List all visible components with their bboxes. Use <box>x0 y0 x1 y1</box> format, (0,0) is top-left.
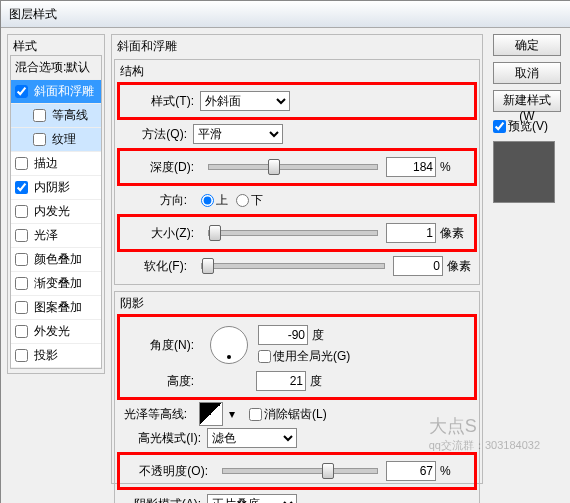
soften-unit: 像素 <box>447 258 477 275</box>
style-item[interactable]: 等高线 <box>11 104 101 128</box>
main-title: 斜面和浮雕 <box>114 38 180 55</box>
dir-up-radio[interactable] <box>201 194 214 207</box>
style-item-checkbox[interactable] <box>15 157 28 170</box>
new-style-button[interactable]: 新建样式(W <box>493 90 561 112</box>
depth-label: 深度(D): <box>124 159 200 176</box>
style-item[interactable]: 内阴影 <box>11 176 101 200</box>
style-item-checkbox[interactable] <box>33 133 46 146</box>
depth-slider[interactable] <box>208 164 378 170</box>
style-item[interactable]: 斜面和浮雕 <box>11 80 101 104</box>
hl-opacity-input[interactable] <box>386 461 436 481</box>
style-item-label: 光泽 <box>34 227 58 244</box>
highlight-depth: 深度(D): % <box>117 148 477 186</box>
size-slider[interactable] <box>208 230 378 236</box>
shading-title: 阴影 <box>117 295 147 312</box>
size-input[interactable] <box>386 223 436 243</box>
style-label: 样式(T): <box>124 93 200 110</box>
soften-input[interactable] <box>393 256 443 276</box>
hl-opacity-unit: % <box>440 464 470 478</box>
style-item-checkbox[interactable] <box>15 85 28 98</box>
style-item-checkbox[interactable] <box>15 277 28 290</box>
angle-unit: 度 <box>312 327 342 344</box>
style-item-checkbox[interactable] <box>15 181 28 194</box>
angle-dial[interactable] <box>210 326 248 364</box>
sh-mode-label: 阴影模式(A): <box>117 496 207 504</box>
dir-label: 方向: <box>117 192 193 209</box>
sh-mode-select[interactable]: 正片叠底 <box>207 494 297 503</box>
altitude-unit: 度 <box>310 373 340 390</box>
soften-label: 软化(F): <box>117 258 193 275</box>
tech-label: 方法(Q): <box>117 126 193 143</box>
style-item-checkbox[interactable] <box>33 109 46 122</box>
hl-opacity-label: 不透明度(O): <box>124 463 214 480</box>
style-select[interactable]: 外斜面 <box>200 91 290 111</box>
style-item[interactable]: 渐变叠加 <box>11 272 101 296</box>
style-item[interactable]: 纹理 <box>11 128 101 152</box>
soften-slider[interactable] <box>201 263 385 269</box>
styles-panel: 样式 混合选项:默认斜面和浮雕等高线纹理描边内阴影内发光光泽颜色叠加渐变叠加图案… <box>7 34 105 490</box>
style-item-label: 图案叠加 <box>34 299 82 316</box>
style-item-label: 内阴影 <box>34 179 70 196</box>
style-item-label: 等高线 <box>52 107 88 124</box>
style-item-label: 描边 <box>34 155 58 172</box>
style-item[interactable]: 内发光 <box>11 200 101 224</box>
ok-button[interactable]: 确定 <box>493 34 561 56</box>
layer-style-dialog: 图层样式 样式 混合选项:默认斜面和浮雕等高线纹理描边内阴影内发光光泽颜色叠加渐… <box>0 0 570 503</box>
altitude-input[interactable] <box>256 371 306 391</box>
style-item-label: 内发光 <box>34 203 70 220</box>
hl-opacity-slider[interactable] <box>222 468 378 474</box>
angle-input[interactable] <box>258 325 308 345</box>
styles-header: 样式 <box>10 38 40 55</box>
style-item-label: 颜色叠加 <box>34 251 82 268</box>
style-item-checkbox[interactable] <box>15 325 28 338</box>
dir-down-radio[interactable] <box>236 194 249 207</box>
global-light-checkbox[interactable] <box>258 350 271 363</box>
style-item[interactable]: 图案叠加 <box>11 296 101 320</box>
depth-unit: % <box>440 160 470 174</box>
highlight-angle: 角度(N): 度 使用全局光(G) 高度: <box>117 314 477 400</box>
style-item-checkbox[interactable] <box>15 253 28 266</box>
style-item-label: 外发光 <box>34 323 70 340</box>
highlight-size: 大小(Z): 像素 <box>117 214 477 252</box>
cancel-button[interactable]: 取消 <box>493 62 561 84</box>
style-item[interactable]: 描边 <box>11 152 101 176</box>
style-item[interactable]: 投影 <box>11 344 101 368</box>
highlight-style: 样式(T): 外斜面 <box>117 82 477 120</box>
preview-checkbox[interactable] <box>493 120 506 133</box>
style-item-label: 投影 <box>34 347 58 364</box>
hl-mode-label: 高光模式(I): <box>117 430 207 447</box>
main-panel: 斜面和浮雕 结构 样式(T): 外斜面 方法(Q): 平滑 <box>105 34 489 490</box>
blend-options-item[interactable]: 混合选项:默认 <box>11 56 101 80</box>
style-item-label: 斜面和浮雕 <box>34 83 94 100</box>
highlight-opacity: 不透明度(O): % <box>117 452 477 490</box>
style-item-checkbox[interactable] <box>15 205 28 218</box>
hl-mode-select[interactable]: 滤色 <box>207 428 297 448</box>
chevron-down-icon[interactable]: ▾ <box>229 407 235 421</box>
altitude-label: 高度: <box>124 373 200 390</box>
gloss-contour-picker[interactable] <box>199 402 223 426</box>
style-item[interactable]: 外发光 <box>11 320 101 344</box>
right-panel: 确定 取消 新建样式(W 预览(V) <box>489 34 565 490</box>
style-item-label: 渐变叠加 <box>34 275 82 292</box>
style-item-label: 纹理 <box>52 131 76 148</box>
style-item-checkbox[interactable] <box>15 349 28 362</box>
style-item-checkbox[interactable] <box>15 229 28 242</box>
window-title: 图层样式 <box>9 7 57 21</box>
structure-title: 结构 <box>117 63 147 80</box>
size-label: 大小(Z): <box>124 225 200 242</box>
titlebar: 图层样式 <box>1 1 570 28</box>
style-item[interactable]: 光泽 <box>11 224 101 248</box>
style-list: 混合选项:默认斜面和浮雕等高线纹理描边内阴影内发光光泽颜色叠加渐变叠加图案叠加外… <box>10 55 102 369</box>
preview-swatch <box>493 141 555 203</box>
tech-select[interactable]: 平滑 <box>193 124 283 144</box>
depth-input[interactable] <box>386 157 436 177</box>
antialias-checkbox[interactable] <box>249 408 262 421</box>
size-unit: 像素 <box>440 225 470 242</box>
style-item[interactable]: 颜色叠加 <box>11 248 101 272</box>
gloss-label: 光泽等高线: <box>117 406 193 423</box>
style-item-checkbox[interactable] <box>15 301 28 314</box>
angle-label: 角度(N): <box>124 337 200 354</box>
